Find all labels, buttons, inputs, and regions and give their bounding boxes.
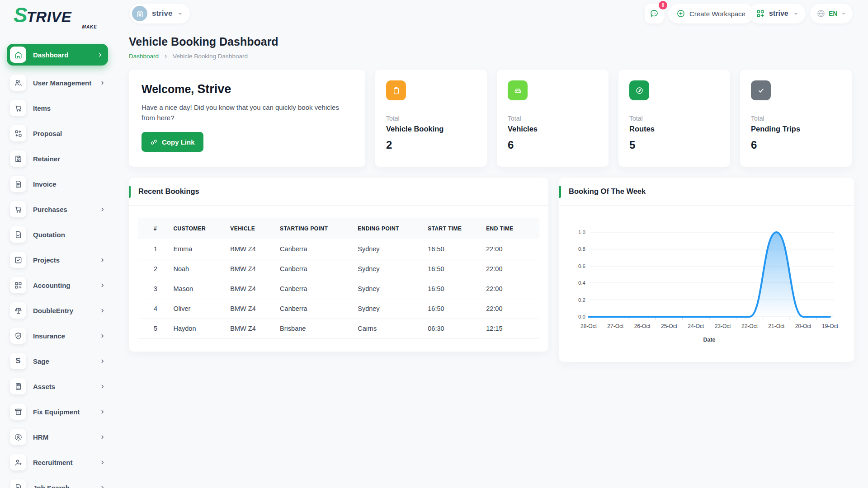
svg-text:26-Oct: 26-Oct	[634, 323, 651, 329]
sidebar-item-job-search[interactable]: Job Search	[10, 479, 106, 488]
table-cell: BMW Z4	[230, 279, 280, 299]
table-cell: 22:00	[486, 299, 539, 319]
chevron-down-icon	[177, 10, 184, 17]
sidebar-item-sage[interactable]: SSage	[10, 353, 106, 369]
recent-bookings-header: Recent Bookings	[129, 178, 548, 206]
square-check-icon	[10, 252, 26, 268]
language-selector[interactable]: EN	[810, 4, 853, 23]
workspace-avatar	[132, 6, 147, 21]
table-cell: Sydney	[358, 279, 428, 299]
table-cell: Cairns	[358, 319, 428, 338]
table-cell: BMW Z4	[230, 319, 280, 338]
topbar: S TRIVE MAKE strive 0 Create Workspace s…	[0, 0, 868, 32]
table-cell: Sydney	[358, 299, 428, 319]
main-content: Vehicle Booking Dashboard Dashboard Vehi…	[118, 32, 868, 488]
breadcrumb-current: Vehicle Booking Dashboard	[173, 53, 248, 60]
stat-card-vehicle-booking: TotalVehicle Booking2	[375, 70, 487, 167]
building-icon	[136, 9, 144, 18]
table-cell: Sydney	[358, 259, 428, 279]
table-cell: Canberra	[280, 299, 358, 319]
sidebar-item-label: Retainer	[33, 155, 60, 163]
svg-text:22-Oct: 22-Oct	[741, 323, 758, 329]
logo-mark: S	[14, 5, 27, 25]
sidebar-item-label: Quotation	[33, 231, 65, 239]
sidebar-item-fix-equipment[interactable]: Fix Equipment	[10, 404, 106, 420]
stat-caption: Total	[629, 115, 719, 122]
sidebar: DashboardUser ManagementItemsProposalRet…	[0, 32, 118, 488]
sidebar-item-label: DoubleEntry	[33, 307, 73, 314]
column-header-index: #	[138, 218, 174, 239]
sidebar-item-insurance[interactable]: Insurance	[10, 328, 106, 344]
stat-card-vehicles: TotalVehicles6	[497, 70, 609, 167]
stat-caption: Total	[751, 115, 841, 122]
chevron-right-icon	[99, 408, 106, 415]
sidebar-item-recruitment[interactable]: Recruitment	[10, 454, 106, 470]
stat-value: 6	[508, 139, 598, 151]
svg-text:23-Oct: 23-Oct	[715, 323, 731, 329]
hrm-icon	[10, 429, 26, 445]
svg-text:21-Oct: 21-Oct	[768, 323, 785, 329]
plus-circle-icon	[676, 9, 685, 18]
workspace-dropdown[interactable]: strive	[749, 4, 806, 23]
sidebar-item-label: HRM	[33, 433, 48, 441]
sidebar-item-hrm[interactable]: HRM	[10, 429, 106, 445]
recent-bookings-card: Recent Bookings #CUSTOMERVEHICLESTARTING…	[129, 178, 548, 352]
accent-bar	[129, 186, 131, 198]
table-cell: 16:50	[428, 239, 486, 259]
chevron-right-icon	[99, 257, 106, 263]
sidebar-item-retainer[interactable]: Retainer	[10, 150, 106, 167]
create-workspace-button[interactable]: Create Workspace	[668, 4, 754, 23]
sidebar-item-quotation[interactable]: Quotation	[10, 226, 106, 243]
svg-text:0.8: 0.8	[578, 246, 585, 252]
stat-cards: TotalVehicle Booking2TotalVehicles6Total…	[375, 70, 852, 167]
sidebar-item-label: Accounting	[33, 282, 71, 289]
copy-link-button[interactable]: Copy Link	[142, 132, 203, 152]
car-icon	[508, 80, 528, 100]
booking-week-chart: 0.00.20.40.60.81.028-Oct27-Oct26-Oct25-O…	[568, 211, 845, 350]
sidebar-item-label: Recruitment	[33, 459, 73, 466]
sidebar-item-accounting[interactable]: Accounting	[10, 277, 106, 293]
chevron-right-icon	[99, 206, 106, 213]
sidebar-item-label: Projects	[33, 256, 60, 264]
file-search-icon	[10, 479, 26, 488]
brand-logo[interactable]: S TRIVE MAKE	[14, 5, 97, 29]
messages-button[interactable]: 0	[645, 4, 664, 23]
table-cell: 12:15	[486, 319, 539, 338]
file-check-icon	[10, 226, 26, 243]
chevron-down-icon	[840, 10, 847, 17]
sidebar-item-projects[interactable]: Projects	[10, 252, 106, 268]
sidebar-item-items[interactable]: Items	[10, 100, 106, 116]
stat-value: 6	[751, 139, 841, 151]
stat-value: 5	[629, 139, 719, 151]
table-row: 3MasonBMW Z4CanberraSydney16:5022:00	[138, 279, 539, 299]
compass-icon	[629, 80, 649, 100]
stat-label: Vehicles	[508, 125, 598, 133]
sidebar-item-label: Items	[33, 104, 51, 112]
svg-text:1.0: 1.0	[578, 230, 585, 235]
table-cell: 1	[138, 239, 174, 259]
table-row: 4OliverBMW Z4CanberraSydney16:5022:00	[138, 299, 539, 319]
sidebar-item-label: Fix Equipment	[33, 408, 80, 416]
svg-text:0.0: 0.0	[578, 314, 585, 319]
svg-text:19-Oct: 19-Oct	[822, 323, 839, 329]
sidebar-item-dashboard[interactable]: Dashboard	[7, 44, 108, 66]
svg-text:0.6: 0.6	[578, 263, 585, 269]
sidebar-item-label: Purchases	[33, 206, 67, 213]
sidebar-item-user-management[interactable]: User Management	[10, 75, 106, 91]
sidebar-item-proposal[interactable]: Proposal	[10, 125, 106, 141]
proposal-icon	[10, 125, 26, 141]
table-cell: Emma	[174, 239, 231, 259]
sidebar-item-doubleentry[interactable]: DoubleEntry	[10, 302, 106, 319]
page-title: Vehicle Booking Dashboard	[129, 35, 854, 48]
bookings-table: #CUSTOMERVEHICLESTARTING POINTENDING POI…	[138, 218, 539, 339]
sidebar-item-assets[interactable]: Assets	[10, 378, 106, 394]
breadcrumb-dashboard-link[interactable]: Dashboard	[129, 53, 159, 60]
sidebar-item-purchases[interactable]: Purchases	[10, 201, 106, 217]
scales-icon	[10, 302, 26, 319]
chevron-right-icon	[99, 459, 106, 466]
sidebar-item-invoice[interactable]: Invoice	[10, 176, 106, 192]
chevron-right-icon	[99, 383, 106, 390]
workspace-selector[interactable]: strive	[130, 4, 190, 23]
stat-caption: Total	[508, 115, 598, 122]
table-cell: 3	[138, 279, 174, 299]
